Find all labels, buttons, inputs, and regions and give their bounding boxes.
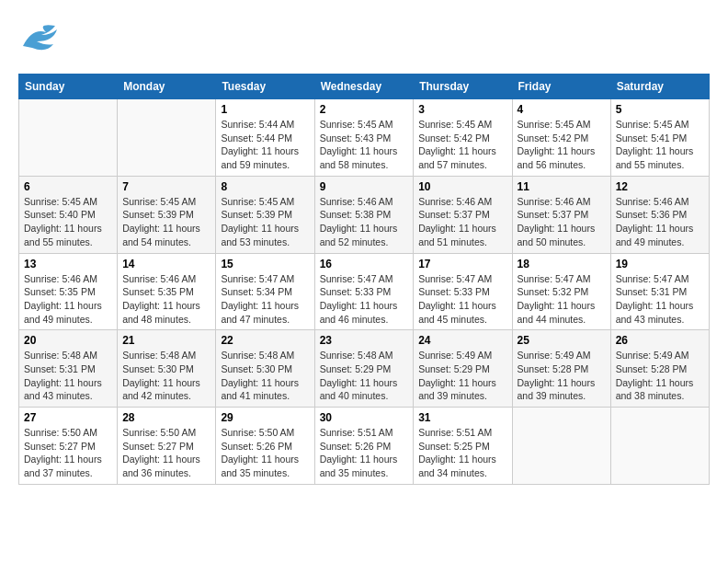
day-number: 14 bbox=[122, 258, 210, 270]
calendar-cell: 22Sunrise: 5:48 AMSunset: 5:30 PMDayligh… bbox=[216, 330, 314, 408]
weekday-header-tuesday: Tuesday bbox=[216, 75, 314, 99]
calendar-cell: 14Sunrise: 5:46 AMSunset: 5:35 PMDayligh… bbox=[118, 253, 216, 330]
day-info: Sunrise: 5:48 AMSunset: 5:29 PMDaylight:… bbox=[320, 349, 409, 403]
weekday-header-wednesday: Wednesday bbox=[314, 75, 414, 99]
day-info: Sunrise: 5:44 AMSunset: 5:44 PMDaylight:… bbox=[221, 118, 309, 172]
day-info: Sunrise: 5:46 AMSunset: 5:38 PMDaylight:… bbox=[320, 195, 409, 249]
calendar-header-row: SundayMondayTuesdayWednesdayThursdayFrid… bbox=[19, 75, 710, 99]
calendar-cell: 2Sunrise: 5:45 AMSunset: 5:43 PMDaylight… bbox=[314, 99, 414, 177]
day-info: Sunrise: 5:47 AMSunset: 5:32 PMDaylight:… bbox=[518, 272, 606, 327]
calendar-cell: 28Sunrise: 5:50 AMSunset: 5:27 PMDayligh… bbox=[118, 408, 216, 485]
calendar-week-row: 13Sunrise: 5:46 AMSunset: 5:35 PMDayligh… bbox=[19, 253, 710, 330]
day-info: Sunrise: 5:48 AMSunset: 5:30 PMDaylight:… bbox=[221, 349, 309, 403]
calendar-cell bbox=[19, 99, 118, 177]
day-info: Sunrise: 5:46 AMSunset: 5:35 PMDaylight:… bbox=[122, 272, 210, 327]
day-number: 26 bbox=[616, 334, 704, 347]
day-number: 13 bbox=[24, 258, 112, 270]
day-info: Sunrise: 5:48 AMSunset: 5:30 PMDaylight:… bbox=[122, 349, 210, 403]
calendar-cell: 24Sunrise: 5:49 AMSunset: 5:29 PMDayligh… bbox=[414, 330, 512, 408]
calendar-week-row: 6Sunrise: 5:45 AMSunset: 5:40 PMDaylight… bbox=[19, 176, 710, 253]
day-info: Sunrise: 5:45 AMSunset: 5:42 PMDaylight:… bbox=[418, 118, 506, 172]
day-info: Sunrise: 5:47 AMSunset: 5:34 PMDaylight:… bbox=[221, 272, 309, 327]
day-info: Sunrise: 5:50 AMSunset: 5:27 PMDaylight:… bbox=[122, 426, 210, 480]
calendar-cell: 1Sunrise: 5:44 AMSunset: 5:44 PMDaylight… bbox=[216, 99, 314, 177]
calendar-cell: 13Sunrise: 5:46 AMSunset: 5:35 PMDayligh… bbox=[19, 253, 118, 330]
calendar-cell: 16Sunrise: 5:47 AMSunset: 5:33 PMDayligh… bbox=[314, 253, 414, 330]
day-info: Sunrise: 5:46 AMSunset: 5:37 PMDaylight:… bbox=[418, 195, 506, 249]
day-info: Sunrise: 5:46 AMSunset: 5:35 PMDaylight:… bbox=[24, 272, 112, 327]
logo-icon bbox=[18, 18, 64, 60]
calendar-cell: 27Sunrise: 5:50 AMSunset: 5:27 PMDayligh… bbox=[19, 408, 118, 485]
calendar-cell: 19Sunrise: 5:47 AMSunset: 5:31 PMDayligh… bbox=[610, 253, 709, 330]
calendar-cell: 9Sunrise: 5:46 AMSunset: 5:38 PMDaylight… bbox=[314, 176, 414, 253]
day-info: Sunrise: 5:47 AMSunset: 5:31 PMDaylight:… bbox=[616, 272, 704, 327]
calendar-cell: 5Sunrise: 5:45 AMSunset: 5:41 PMDaylight… bbox=[610, 99, 709, 177]
day-number: 8 bbox=[221, 180, 309, 193]
day-info: Sunrise: 5:49 AMSunset: 5:28 PMDaylight:… bbox=[616, 349, 704, 403]
day-number: 11 bbox=[518, 180, 606, 193]
day-number: 10 bbox=[418, 180, 506, 193]
calendar-cell: 30Sunrise: 5:51 AMSunset: 5:26 PMDayligh… bbox=[314, 408, 414, 485]
day-number: 6 bbox=[24, 180, 112, 193]
calendar-week-row: 1Sunrise: 5:44 AMSunset: 5:44 PMDaylight… bbox=[19, 99, 710, 177]
logo bbox=[18, 18, 66, 60]
calendar-cell: 15Sunrise: 5:47 AMSunset: 5:34 PMDayligh… bbox=[216, 253, 314, 330]
calendar-cell: 12Sunrise: 5:46 AMSunset: 5:36 PMDayligh… bbox=[610, 176, 709, 253]
calendar-cell: 31Sunrise: 5:51 AMSunset: 5:25 PMDayligh… bbox=[414, 408, 512, 485]
calendar-cell: 25Sunrise: 5:49 AMSunset: 5:28 PMDayligh… bbox=[512, 330, 610, 408]
calendar-cell bbox=[118, 99, 216, 177]
calendar-cell: 8Sunrise: 5:45 AMSunset: 5:39 PMDaylight… bbox=[216, 176, 314, 253]
day-info: Sunrise: 5:50 AMSunset: 5:26 PMDaylight:… bbox=[221, 426, 309, 480]
calendar-cell: 3Sunrise: 5:45 AMSunset: 5:42 PMDaylight… bbox=[414, 99, 512, 177]
day-info: Sunrise: 5:45 AMSunset: 5:39 PMDaylight:… bbox=[122, 195, 210, 249]
day-info: Sunrise: 5:48 AMSunset: 5:31 PMDaylight:… bbox=[24, 349, 112, 403]
day-number: 12 bbox=[616, 180, 704, 193]
day-info: Sunrise: 5:45 AMSunset: 5:42 PMDaylight:… bbox=[518, 118, 606, 172]
calendar-cell: 10Sunrise: 5:46 AMSunset: 5:37 PMDayligh… bbox=[414, 176, 512, 253]
day-info: Sunrise: 5:47 AMSunset: 5:33 PMDaylight:… bbox=[418, 272, 506, 327]
calendar-cell bbox=[512, 408, 610, 485]
calendar-cell: 21Sunrise: 5:48 AMSunset: 5:30 PMDayligh… bbox=[118, 330, 216, 408]
day-number: 2 bbox=[320, 103, 409, 116]
weekday-header-sunday: Sunday bbox=[19, 75, 118, 99]
calendar-cell: 18Sunrise: 5:47 AMSunset: 5:32 PMDayligh… bbox=[512, 253, 610, 330]
calendar-cell: 29Sunrise: 5:50 AMSunset: 5:26 PMDayligh… bbox=[216, 408, 314, 485]
day-number: 17 bbox=[418, 258, 506, 270]
day-number: 28 bbox=[122, 411, 210, 424]
calendar-cell: 11Sunrise: 5:46 AMSunset: 5:37 PMDayligh… bbox=[512, 176, 610, 253]
calendar-cell: 23Sunrise: 5:48 AMSunset: 5:29 PMDayligh… bbox=[314, 330, 414, 408]
calendar-table: SundayMondayTuesdayWednesdayThursdayFrid… bbox=[18, 74, 710, 485]
day-number: 24 bbox=[418, 334, 506, 347]
day-info: Sunrise: 5:46 AMSunset: 5:37 PMDaylight:… bbox=[518, 195, 606, 249]
day-number: 3 bbox=[418, 103, 506, 116]
day-number: 19 bbox=[616, 258, 704, 270]
day-info: Sunrise: 5:51 AMSunset: 5:25 PMDaylight:… bbox=[418, 426, 506, 480]
calendar-cell: 20Sunrise: 5:48 AMSunset: 5:31 PMDayligh… bbox=[19, 330, 118, 408]
calendar-cell: 4Sunrise: 5:45 AMSunset: 5:42 PMDaylight… bbox=[512, 99, 610, 177]
weekday-header-friday: Friday bbox=[512, 75, 610, 99]
day-info: Sunrise: 5:45 AMSunset: 5:43 PMDaylight:… bbox=[320, 118, 409, 172]
day-number: 5 bbox=[616, 103, 704, 116]
day-number: 9 bbox=[320, 180, 409, 193]
day-number: 29 bbox=[221, 411, 309, 424]
calendar-week-row: 27Sunrise: 5:50 AMSunset: 5:27 PMDayligh… bbox=[19, 408, 710, 485]
day-number: 25 bbox=[518, 334, 606, 347]
day-number: 22 bbox=[221, 334, 309, 347]
day-number: 4 bbox=[518, 103, 606, 116]
day-number: 31 bbox=[418, 411, 506, 424]
calendar-cell: 26Sunrise: 5:49 AMSunset: 5:28 PMDayligh… bbox=[610, 330, 709, 408]
day-info: Sunrise: 5:47 AMSunset: 5:33 PMDaylight:… bbox=[320, 272, 409, 327]
day-number: 16 bbox=[320, 258, 409, 270]
day-number: 18 bbox=[518, 258, 606, 270]
day-number: 30 bbox=[320, 411, 409, 424]
day-info: Sunrise: 5:45 AMSunset: 5:40 PMDaylight:… bbox=[24, 195, 112, 249]
day-info: Sunrise: 5:46 AMSunset: 5:36 PMDaylight:… bbox=[616, 195, 704, 249]
calendar-cell bbox=[610, 408, 709, 485]
day-number: 21 bbox=[122, 334, 210, 347]
day-info: Sunrise: 5:49 AMSunset: 5:29 PMDaylight:… bbox=[418, 349, 506, 403]
day-number: 7 bbox=[122, 180, 210, 193]
day-number: 23 bbox=[320, 334, 409, 347]
calendar-cell: 17Sunrise: 5:47 AMSunset: 5:33 PMDayligh… bbox=[414, 253, 512, 330]
day-number: 20 bbox=[24, 334, 112, 347]
day-info: Sunrise: 5:51 AMSunset: 5:26 PMDaylight:… bbox=[320, 426, 409, 480]
